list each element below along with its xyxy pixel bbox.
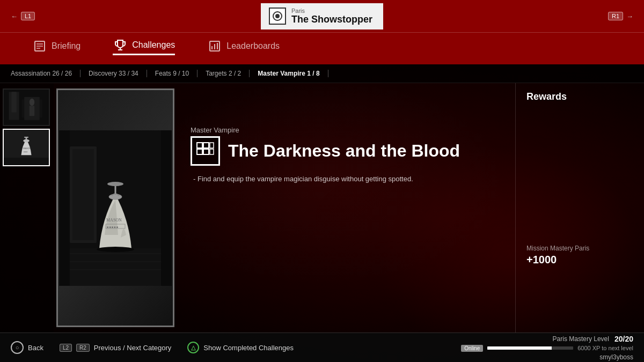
svg-rect-44	[197, 149, 202, 154]
challenge-icon-title: The Darkness and the Blood	[191, 136, 499, 166]
challenges-tab-label: Challenges	[132, 40, 175, 50]
svg-point-23	[23, 139, 29, 143]
svg-rect-14	[11, 92, 17, 112]
filter-discovery[interactable]: Discovery 33 / 34	[80, 70, 147, 77]
svg-point-39	[97, 247, 134, 252]
mission-icon	[269, 8, 286, 25]
challenge-title: The Darkness and the Blood	[228, 142, 460, 160]
right-arrow-icon: →	[626, 12, 633, 20]
document-icon	[32, 40, 47, 52]
challenge-description: Find and equip the vampire magician disg…	[193, 174, 499, 184]
circle-button: ○	[11, 341, 24, 354]
svg-text:■ ■ ■ ■ ■: ■ ■ ■ ■ ■	[107, 225, 118, 228]
rewards-title: Rewards	[526, 91, 633, 102]
bottom-actions: ○ Back L2 R2 Previous / Next Category △ …	[11, 341, 461, 354]
xp-progress-bar	[487, 346, 573, 350]
tab-leaderboards[interactable]: Leaderboards	[207, 38, 280, 55]
username: smyl3yboss	[599, 353, 633, 361]
filter-master-vampire-count: 1 / 8	[307, 70, 319, 77]
svg-rect-45	[203, 149, 209, 154]
svg-rect-42	[197, 143, 202, 148]
prev-mission[interactable]: ← L1	[11, 12, 35, 20]
svg-point-35	[107, 182, 123, 186]
mastery-section: Paris Mastery Level 20/20 Online 6000 XP…	[461, 335, 633, 361]
xp-bar-fill	[487, 346, 552, 350]
mission-location: Paris	[291, 8, 372, 14]
active-mission-tab[interactable]: Paris The Showstopper	[261, 3, 383, 29]
filter-discovery-count: 33 / 34	[119, 70, 138, 77]
filter-feats[interactable]: Feats 9 / 10	[147, 70, 197, 77]
top-navigation: ← L1 Paris The Showstopper R1 →	[0, 0, 644, 64]
sub-tabs: Briefing Challenges	[0, 32, 644, 59]
thumb-image-1	[4, 90, 49, 125]
online-status-badge: Online	[461, 345, 483, 352]
trophy-icon	[113, 39, 128, 51]
svg-rect-40	[59, 130, 70, 286]
bottom-bar: ○ Back L2 R2 Previous / Next Category △ …	[0, 333, 644, 362]
thumb-image-2-selected: MASON ■ ■ ■	[4, 130, 49, 165]
triangle-button: △	[187, 342, 199, 353]
left-arrow-icon: ←	[11, 12, 18, 20]
challenge-info-panel: Master Vampire The Darkness and the Bloo…	[174, 83, 515, 333]
r2-button: R2	[76, 344, 90, 352]
thumb-2-selected[interactable]: MASON ■ ■ ■	[3, 129, 50, 166]
reward-item: Mission Mastery Paris +1000	[526, 110, 633, 266]
svg-point-17	[30, 99, 35, 106]
tab-briefing[interactable]: Briefing	[32, 38, 80, 55]
svg-text:MASON: MASON	[106, 218, 122, 223]
filter-feats-count: 9 / 10	[173, 70, 189, 77]
l2-button: L2	[60, 344, 72, 352]
prev-next-label: Previous / Next Category	[94, 344, 172, 352]
prev-next-action[interactable]: L2 R2 Previous / Next Category	[60, 344, 171, 352]
challenge-category: Master Vampire	[191, 126, 499, 134]
svg-rect-46	[210, 143, 214, 148]
next-mission[interactable]: R1 →	[608, 12, 633, 20]
svg-rect-18	[30, 106, 35, 116]
filter-master-vampire-label: Master Vampire	[258, 70, 307, 77]
challenge-image-content: MASON ■ ■ ■ ■ ■	[58, 90, 173, 326]
xp-next-level: 6000 XP to next level	[577, 345, 633, 351]
reward-label: Mission Mastery Paris	[526, 245, 633, 252]
xp-bar-container: Online 6000 XP to next level	[461, 345, 633, 352]
mastery-level-value: 20/20	[614, 335, 633, 343]
svg-rect-43	[203, 143, 209, 148]
filter-assassination[interactable]: Assassination 26 / 26	[11, 70, 80, 77]
svg-text:MASON: MASON	[23, 147, 31, 150]
leaderboards-tab-label: Leaderboards	[226, 41, 280, 51]
filter-assassination-count: 26 / 26	[52, 70, 72, 77]
svg-rect-41	[161, 130, 172, 286]
svg-rect-32	[72, 149, 94, 240]
svg-rect-20	[4, 158, 49, 165]
filter-bar: Assassination 26 / 26 Discovery 33 / 34 …	[0, 64, 644, 83]
thumb-1[interactable]	[3, 88, 50, 126]
filter-feats-label: Feats	[155, 70, 173, 77]
back-label: Back	[28, 344, 43, 352]
filter-master-vampire[interactable]: Master Vampire 1 / 8	[250, 70, 328, 77]
tab-challenges[interactable]: Challenges	[113, 36, 175, 55]
mastery-label: Paris Mastery Level	[553, 335, 609, 343]
thumbnails-column: MASON ■ ■ ■	[0, 83, 54, 333]
reward-value: +1000	[526, 254, 633, 266]
svg-rect-47	[210, 149, 214, 154]
challenge-badge-icon	[191, 136, 220, 166]
mission-text: Paris The Showstopper	[291, 8, 372, 25]
show-completed-action[interactable]: △ Show Completed Challenges	[187, 342, 294, 353]
mastery-top: Paris Mastery Level 20/20	[553, 335, 633, 343]
svg-text:■ ■ ■: ■ ■ ■	[24, 151, 27, 153]
filter-targets[interactable]: Targets 2 / 2	[197, 70, 250, 77]
filter-targets-label: Targets	[206, 70, 229, 77]
filter-targets-count: 2 / 2	[229, 70, 241, 77]
show-completed-label: Show Completed Challenges	[203, 344, 294, 352]
main-content: MASON ■ ■ ■	[0, 83, 644, 333]
l1-button: L1	[21, 12, 35, 20]
svg-point-1	[275, 14, 280, 18]
leaderboard-icon	[207, 40, 222, 52]
filter-assassination-label: Assassination	[11, 70, 52, 77]
filter-discovery-label: Discovery	[89, 70, 119, 77]
svg-point-33	[109, 194, 122, 200]
back-action[interactable]: ○ Back	[11, 341, 43, 354]
mission-tabs: ← L1 Paris The Showstopper R1 →	[0, 0, 644, 32]
rewards-panel: Rewards Mission Mastery Paris +1000	[515, 83, 644, 333]
mission-title: The Showstopper	[291, 14, 372, 25]
briefing-tab-label: Briefing	[52, 41, 80, 51]
